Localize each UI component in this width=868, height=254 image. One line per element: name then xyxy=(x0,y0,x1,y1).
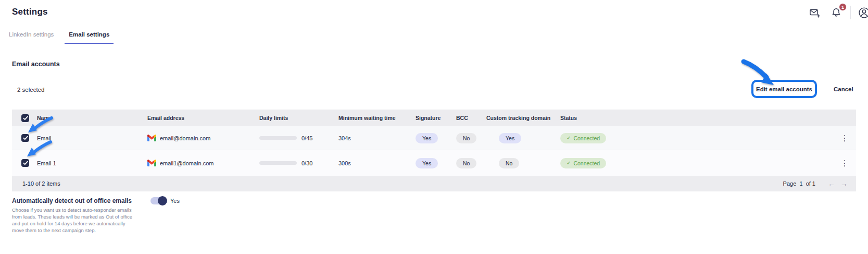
row-menu-button[interactable]: ⋮ xyxy=(838,133,852,143)
table-footer: 1-10 of 2 items Page 1 of 1 ← → xyxy=(12,176,856,191)
previous-page-button[interactable]: ← xyxy=(828,179,835,188)
account-name: Email xyxy=(37,135,147,141)
edit-button-highlight-annotation: Edit email accounts xyxy=(751,80,817,98)
topbar: 1 xyxy=(807,5,868,20)
auto-detect-ooo-description: Choose if you want us to detect auto-res… xyxy=(12,207,138,234)
account-email: email@domain.com xyxy=(160,135,210,141)
column-header-bcc: BCC xyxy=(456,115,486,121)
min-waiting-value: 300s xyxy=(338,160,416,166)
gmail-icon xyxy=(147,160,156,166)
column-header-status: Status xyxy=(560,115,833,121)
column-header-name: Name xyxy=(37,115,147,121)
account-name: Email 1 xyxy=(37,160,147,166)
daily-limit-value: 0/30 xyxy=(301,160,312,166)
bcc-badge: No xyxy=(456,158,476,168)
profile-button[interactable] xyxy=(857,5,868,20)
tab-linkedin-settings[interactable]: LinkedIn settings xyxy=(8,30,54,44)
notifications-button[interactable]: 1 xyxy=(829,5,844,20)
user-avatar-icon xyxy=(858,7,868,19)
check-icon: ✓ xyxy=(567,160,571,166)
page-title: Settings xyxy=(12,7,48,17)
items-count-text: 1-10 of 2 items xyxy=(22,180,60,187)
auto-detect-ooo-label: Automatically detect out of office email… xyxy=(12,197,132,204)
daily-limit-progress-bar xyxy=(259,136,297,140)
page-label: Page xyxy=(783,180,797,187)
daily-limit-progress-bar xyxy=(259,161,297,165)
bcc-badge: No xyxy=(456,133,476,143)
signature-badge: Yes xyxy=(416,133,438,143)
toggle-switch[interactable] xyxy=(150,197,167,204)
checkmark-icon xyxy=(23,136,28,140)
row-checkbox[interactable] xyxy=(21,159,29,167)
envelope-plus-icon xyxy=(809,7,820,18)
column-header-signature: Signature xyxy=(416,115,456,121)
checkmark-icon xyxy=(23,161,28,165)
min-waiting-value: 304s xyxy=(338,135,416,141)
section-title: Email accounts xyxy=(12,61,60,68)
cancel-button[interactable]: Cancel xyxy=(834,86,853,92)
column-header-email: Email address xyxy=(147,115,259,121)
column-header-daily-limits: Daily limits xyxy=(259,115,338,121)
page-number: 1 xyxy=(799,180,802,187)
row-menu-button[interactable]: ⋮ xyxy=(838,158,852,168)
edit-email-accounts-button[interactable]: Edit email accounts xyxy=(756,86,812,92)
toggle-knob xyxy=(158,196,167,205)
next-page-button[interactable]: → xyxy=(840,179,848,188)
email-accounts-table: Name Email address Daily limits Minimum … xyxy=(12,110,856,191)
column-header-min-waiting: Minimum waiting time xyxy=(338,115,416,121)
custom-tracking-badge: No xyxy=(499,158,519,168)
signature-badge: Yes xyxy=(416,158,438,168)
tab-email-settings[interactable]: Email settings xyxy=(65,30,114,44)
row-checkbox[interactable] xyxy=(21,134,29,142)
status-badge: ✓ Connected xyxy=(560,133,606,143)
toggle-state-label: Yes xyxy=(170,198,180,204)
check-icon: ✓ xyxy=(567,135,571,141)
auto-detect-ooo-toggle[interactable]: Yes xyxy=(150,197,180,204)
account-email: email1@domain.com xyxy=(160,160,214,166)
page-of-label: of 1 xyxy=(806,180,815,187)
daily-limit-value: 0/45 xyxy=(301,135,312,141)
compose-email-button[interactable] xyxy=(807,5,822,20)
table-header-row: Name Email address Daily limits Minimum … xyxy=(12,110,856,126)
custom-tracking-badge: Yes xyxy=(499,133,521,143)
settings-tabs: LinkedIn settings Email settings xyxy=(0,30,114,44)
table-row-email1: Email 1 email1@domain.com 0/30 300s Yes … xyxy=(12,150,856,176)
topbar-divider xyxy=(850,6,851,19)
select-all-checkbox[interactable] xyxy=(21,114,29,122)
notification-badge: 1 xyxy=(839,3,847,11)
gmail-icon xyxy=(147,135,156,141)
checkmark-icon xyxy=(23,116,28,120)
selected-count: 2 selected xyxy=(17,87,44,93)
column-header-custom-tracking: Custom tracking domain xyxy=(486,115,560,121)
table-row-email: Email email@domain.com 0/45 304s Yes No … xyxy=(12,126,856,150)
status-badge: ✓ Connected xyxy=(560,158,606,168)
